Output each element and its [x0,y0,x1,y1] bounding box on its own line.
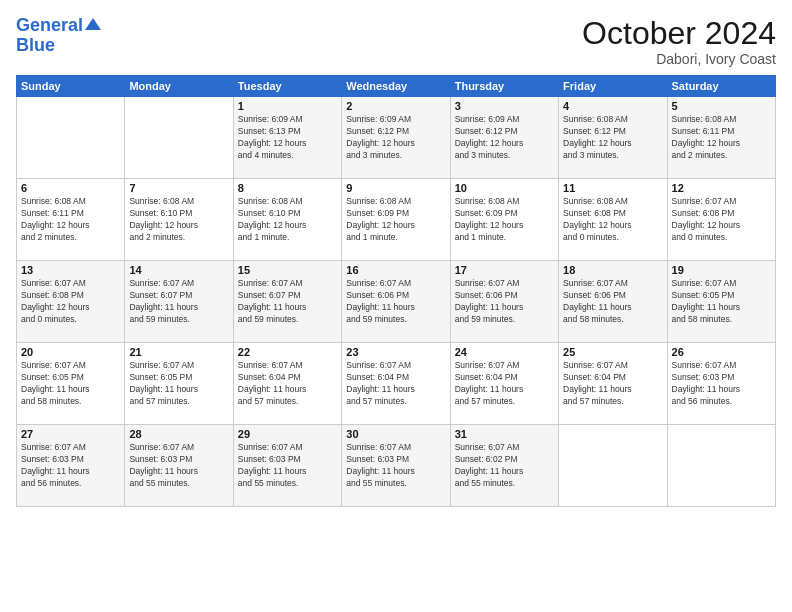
calendar-cell: 2Sunrise: 6:09 AM Sunset: 6:12 PM Daylig… [342,97,450,179]
calendar-cell: 31Sunrise: 6:07 AM Sunset: 6:02 PM Dayli… [450,425,558,507]
calendar-cell: 5Sunrise: 6:08 AM Sunset: 6:11 PM Daylig… [667,97,775,179]
calendar-cell: 11Sunrise: 6:08 AM Sunset: 6:08 PM Dayli… [559,179,667,261]
day-number: 3 [455,100,554,112]
day-info: Sunrise: 6:07 AM Sunset: 6:04 PM Dayligh… [455,360,554,408]
day-number: 25 [563,346,662,358]
day-number: 4 [563,100,662,112]
calendar-cell: 24Sunrise: 6:07 AM Sunset: 6:04 PM Dayli… [450,343,558,425]
calendar-cell [559,425,667,507]
day-info: Sunrise: 6:08 AM Sunset: 6:11 PM Dayligh… [672,114,771,162]
calendar-week-3: 13Sunrise: 6:07 AM Sunset: 6:08 PM Dayli… [17,261,776,343]
day-info: Sunrise: 6:08 AM Sunset: 6:10 PM Dayligh… [129,196,228,244]
day-number: 29 [238,428,337,440]
day-info: Sunrise: 6:07 AM Sunset: 6:03 PM Dayligh… [129,442,228,490]
day-number: 1 [238,100,337,112]
day-number: 23 [346,346,445,358]
calendar-cell [17,97,125,179]
svg-marker-0 [85,18,101,30]
calendar-cell: 30Sunrise: 6:07 AM Sunset: 6:03 PM Dayli… [342,425,450,507]
day-number: 10 [455,182,554,194]
title-area: October 2024 Dabori, Ivory Coast [582,16,776,67]
day-info: Sunrise: 6:07 AM Sunset: 6:08 PM Dayligh… [21,278,120,326]
calendar-cell [125,97,233,179]
day-info: Sunrise: 6:07 AM Sunset: 6:03 PM Dayligh… [346,442,445,490]
day-info: Sunrise: 6:07 AM Sunset: 6:02 PM Dayligh… [455,442,554,490]
day-number: 5 [672,100,771,112]
day-info: Sunrise: 6:08 AM Sunset: 6:10 PM Dayligh… [238,196,337,244]
logo-text2: Blue [16,36,55,56]
calendar-cell: 6Sunrise: 6:08 AM Sunset: 6:11 PM Daylig… [17,179,125,261]
day-number: 31 [455,428,554,440]
calendar-cell: 20Sunrise: 6:07 AM Sunset: 6:05 PM Dayli… [17,343,125,425]
day-number: 9 [346,182,445,194]
day-number: 21 [129,346,228,358]
day-number: 8 [238,182,337,194]
day-number: 24 [455,346,554,358]
calendar-week-5: 27Sunrise: 6:07 AM Sunset: 6:03 PM Dayli… [17,425,776,507]
day-number: 26 [672,346,771,358]
day-info: Sunrise: 6:07 AM Sunset: 6:05 PM Dayligh… [129,360,228,408]
day-info: Sunrise: 6:07 AM Sunset: 6:03 PM Dayligh… [672,360,771,408]
day-number: 16 [346,264,445,276]
day-number: 7 [129,182,228,194]
month-title: October 2024 [582,16,776,51]
day-number: 12 [672,182,771,194]
day-info: Sunrise: 6:08 AM Sunset: 6:09 PM Dayligh… [455,196,554,244]
calendar-cell: 22Sunrise: 6:07 AM Sunset: 6:04 PM Dayli… [233,343,341,425]
calendar-cell: 23Sunrise: 6:07 AM Sunset: 6:04 PM Dayli… [342,343,450,425]
day-info: Sunrise: 6:07 AM Sunset: 6:03 PM Dayligh… [21,442,120,490]
calendar-week-2: 6Sunrise: 6:08 AM Sunset: 6:11 PM Daylig… [17,179,776,261]
day-info: Sunrise: 6:08 AM Sunset: 6:09 PM Dayligh… [346,196,445,244]
day-number: 19 [672,264,771,276]
calendar-cell: 7Sunrise: 6:08 AM Sunset: 6:10 PM Daylig… [125,179,233,261]
col-monday: Monday [125,76,233,97]
day-info: Sunrise: 6:08 AM Sunset: 6:11 PM Dayligh… [21,196,120,244]
day-info: Sunrise: 6:07 AM Sunset: 6:05 PM Dayligh… [672,278,771,326]
day-number: 11 [563,182,662,194]
col-saturday: Saturday [667,76,775,97]
calendar-cell: 16Sunrise: 6:07 AM Sunset: 6:06 PM Dayli… [342,261,450,343]
day-info: Sunrise: 6:09 AM Sunset: 6:13 PM Dayligh… [238,114,337,162]
day-info: Sunrise: 6:07 AM Sunset: 6:06 PM Dayligh… [455,278,554,326]
calendar-cell: 28Sunrise: 6:07 AM Sunset: 6:03 PM Dayli… [125,425,233,507]
day-number: 13 [21,264,120,276]
calendar-week-1: 1Sunrise: 6:09 AM Sunset: 6:13 PM Daylig… [17,97,776,179]
day-info: Sunrise: 6:08 AM Sunset: 6:08 PM Dayligh… [563,196,662,244]
day-info: Sunrise: 6:07 AM Sunset: 6:07 PM Dayligh… [129,278,228,326]
day-number: 30 [346,428,445,440]
day-info: Sunrise: 6:07 AM Sunset: 6:07 PM Dayligh… [238,278,337,326]
day-info: Sunrise: 6:07 AM Sunset: 6:03 PM Dayligh… [238,442,337,490]
calendar-cell: 13Sunrise: 6:07 AM Sunset: 6:08 PM Dayli… [17,261,125,343]
col-friday: Friday [559,76,667,97]
day-info: Sunrise: 6:09 AM Sunset: 6:12 PM Dayligh… [455,114,554,162]
day-number: 6 [21,182,120,194]
calendar-cell: 8Sunrise: 6:08 AM Sunset: 6:10 PM Daylig… [233,179,341,261]
col-wednesday: Wednesday [342,76,450,97]
day-info: Sunrise: 6:07 AM Sunset: 6:06 PM Dayligh… [346,278,445,326]
calendar-cell: 4Sunrise: 6:08 AM Sunset: 6:12 PM Daylig… [559,97,667,179]
day-number: 2 [346,100,445,112]
calendar-cell: 14Sunrise: 6:07 AM Sunset: 6:07 PM Dayli… [125,261,233,343]
calendar-cell: 25Sunrise: 6:07 AM Sunset: 6:04 PM Dayli… [559,343,667,425]
calendar-cell: 17Sunrise: 6:07 AM Sunset: 6:06 PM Dayli… [450,261,558,343]
col-thursday: Thursday [450,76,558,97]
calendar-week-4: 20Sunrise: 6:07 AM Sunset: 6:05 PM Dayli… [17,343,776,425]
calendar-cell: 21Sunrise: 6:07 AM Sunset: 6:05 PM Dayli… [125,343,233,425]
day-info: Sunrise: 6:07 AM Sunset: 6:06 PM Dayligh… [563,278,662,326]
calendar-cell: 3Sunrise: 6:09 AM Sunset: 6:12 PM Daylig… [450,97,558,179]
calendar-cell: 29Sunrise: 6:07 AM Sunset: 6:03 PM Dayli… [233,425,341,507]
logo-text: General [16,16,83,36]
day-number: 27 [21,428,120,440]
header: General Blue October 2024 Dabori, Ivory … [16,16,776,67]
calendar-cell: 27Sunrise: 6:07 AM Sunset: 6:03 PM Dayli… [17,425,125,507]
day-info: Sunrise: 6:07 AM Sunset: 6:08 PM Dayligh… [672,196,771,244]
calendar-page: General Blue October 2024 Dabori, Ivory … [0,0,792,612]
day-info: Sunrise: 6:07 AM Sunset: 6:04 PM Dayligh… [346,360,445,408]
day-number: 14 [129,264,228,276]
col-sunday: Sunday [17,76,125,97]
calendar-cell: 19Sunrise: 6:07 AM Sunset: 6:05 PM Dayli… [667,261,775,343]
day-number: 15 [238,264,337,276]
calendar-cell: 9Sunrise: 6:08 AM Sunset: 6:09 PM Daylig… [342,179,450,261]
calendar-cell: 18Sunrise: 6:07 AM Sunset: 6:06 PM Dayli… [559,261,667,343]
logo-icon [85,16,103,34]
